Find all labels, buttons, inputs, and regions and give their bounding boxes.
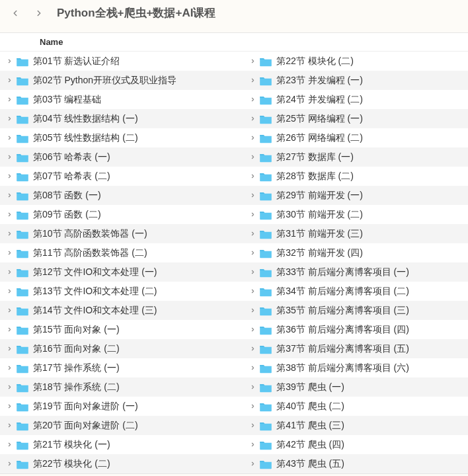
folder-row[interactable]: 第36节 前后端分离博客项目 (四) [243,320,468,339]
column-header-name[interactable]: Name [0,33,468,52]
folder-row[interactable]: 第23节 并发编程 (一) [243,71,468,90]
disclosure-triangle-icon[interactable] [5,249,13,257]
folder-row[interactable]: 第07节 哈希表 (二) [0,167,243,186]
folder-row[interactable]: 第16节 面向对象 (二) [0,339,243,358]
disclosure-triangle-icon[interactable] [5,192,13,200]
folder-row[interactable]: 第12节 文件IO和文本处理 (一) [0,262,243,282]
disclosure-triangle-icon[interactable] [5,211,13,219]
folder-row[interactable]: 第15节 面向对象 (一) [0,320,243,339]
disclosure-triangle-icon[interactable] [249,441,256,449]
disclosure-triangle-icon[interactable] [249,192,256,200]
folder-row[interactable]: 第38节 前后端分离博客项目 (六) [243,358,468,377]
folder-label: 第21节 模块化 (一) [33,439,110,451]
folder-row[interactable]: 第21节 模块化 (一) [0,435,243,454]
folder-row[interactable]: 第42节 爬虫 (四) [243,435,468,454]
folder-row[interactable]: 第22节 模块化 (二) [0,454,243,473]
folder-row[interactable]: 第14节 文件IO和文本处理 (三) [0,301,243,320]
folder-row[interactable]: 第33节 前后端分离博客项目 (一) [243,262,468,282]
folder-row[interactable]: 第01节 薪选认证介绍 [0,52,243,71]
folder-row[interactable]: 第19节 面向对象进阶 (一) [0,397,243,416]
disclosure-triangle-icon[interactable] [249,230,256,238]
disclosure-triangle-icon[interactable] [249,173,256,180]
disclosure-triangle-icon[interactable] [249,153,256,161]
disclosure-triangle-icon[interactable] [5,77,13,85]
disclosure-triangle-icon[interactable] [249,460,256,468]
folder-row[interactable]: 第28节 数据库 (二) [243,167,468,186]
disclosure-triangle-icon[interactable] [249,268,256,276]
disclosure-triangle-icon[interactable] [249,403,256,411]
disclosure-triangle-icon[interactable] [249,383,256,391]
folder-icon [16,152,29,163]
disclosure-triangle-icon[interactable] [249,134,256,142]
folder-row[interactable]: 第24节 并发编程 (二) [243,90,468,109]
folder-row[interactable]: 第34节 前后端分离博客项目 (二) [243,282,468,301]
folder-row[interactable]: 第22节 模块化 (二) [243,52,468,71]
folder-icon [259,344,272,354]
disclosure-triangle-icon[interactable] [5,441,13,449]
disclosure-triangle-icon[interactable] [249,115,256,123]
folder-row[interactable]: 第31节 前端开发 (三) [243,224,468,243]
disclosure-triangle-icon[interactable] [5,460,13,468]
folder-row[interactable]: 第39节 爬虫 (一) [243,377,468,397]
disclosure-triangle-icon[interactable] [5,326,13,334]
disclosure-triangle-icon[interactable] [5,383,13,391]
disclosure-triangle-icon[interactable] [5,288,13,296]
folder-row[interactable]: 第29节 前端开发 (一) [243,186,468,205]
disclosure-triangle-icon[interactable] [249,58,256,65]
folder-icon [259,95,272,105]
disclosure-triangle-icon[interactable] [5,230,13,238]
disclosure-triangle-icon[interactable] [5,364,13,372]
folder-row[interactable]: 第18节 操作系统 (二) [0,377,243,397]
folder-row[interactable]: 第32节 前端开发 (四) [243,243,468,262]
folder-row[interactable]: 第06节 哈希表 (一) [0,147,243,167]
folder-row[interactable]: 第13节 文件IO和文本处理 (二) [0,282,243,301]
folder-row[interactable]: 第27节 数据库 (一) [243,147,468,167]
folder-row[interactable]: 第17节 操作系统 (一) [0,358,243,377]
disclosure-triangle-icon[interactable] [5,134,13,142]
back-icon[interactable] [9,7,21,19]
folder-row[interactable]: 第43节 爬虫 (五) [243,454,468,473]
folder-label: 第15节 面向对象 (一) [33,324,120,336]
folder-row[interactable]: 第04节 线性数据结构 (一) [0,109,243,128]
disclosure-triangle-icon[interactable] [5,403,13,411]
folder-label: 第08节 函数 (一) [33,190,101,202]
disclosure-triangle-icon[interactable] [5,115,13,123]
disclosure-triangle-icon[interactable] [249,249,256,257]
disclosure-triangle-icon[interactable] [5,153,13,161]
disclosure-triangle-icon[interactable] [5,422,13,430]
folder-row[interactable]: 第41节 爬虫 (三) [243,416,468,435]
folder-row[interactable]: 第25节 网络编程 (一) [243,109,468,128]
folder-row[interactable]: 第08节 函数 (一) [0,186,243,205]
folder-icon [259,286,272,297]
disclosure-triangle-icon[interactable] [5,307,13,315]
disclosure-triangle-icon[interactable] [249,422,256,430]
folder-row[interactable]: 第30节 前端开发 (二) [243,205,468,224]
disclosure-triangle-icon[interactable] [5,345,13,353]
disclosure-triangle-icon[interactable] [249,364,256,372]
disclosure-triangle-icon[interactable] [249,211,256,219]
disclosure-triangle-icon[interactable] [5,58,13,65]
folder-row[interactable]: 第03节 编程基础 [0,90,243,109]
folder-row[interactable]: 第26节 网络编程 (二) [243,128,468,147]
disclosure-triangle-icon[interactable] [249,96,256,104]
disclosure-triangle-icon[interactable] [249,326,256,334]
folder-row[interactable]: 第35节 前后端分离博客项目 (三) [243,301,468,320]
disclosure-triangle-icon[interactable] [249,307,256,315]
folder-row[interactable]: 第10节 高阶函数装饰器 (一) [0,224,243,243]
folder-icon [16,56,29,67]
folder-row[interactable]: 第40节 爬虫 (二) [243,397,468,416]
disclosure-triangle-icon[interactable] [249,345,256,353]
folder-row[interactable]: 第05节 线性数据结构 (二) [0,128,243,147]
disclosure-triangle-icon[interactable] [249,288,256,296]
folder-icon [259,190,272,201]
folder-row[interactable]: 第20节 面向对象进阶 (二) [0,416,243,435]
forward-icon[interactable] [33,7,45,19]
disclosure-triangle-icon[interactable] [5,268,13,276]
folder-row[interactable]: 第09节 函数 (二) [0,205,243,224]
folder-row[interactable]: 第37节 前后端分离博客项目 (五) [243,339,468,358]
disclosure-triangle-icon[interactable] [5,96,13,104]
folder-row[interactable]: 第11节 高阶函数装饰器 (二) [0,243,243,262]
folder-row[interactable]: 第02节 Python开班仪式及职业指导 [0,71,243,90]
disclosure-triangle-icon[interactable] [249,77,256,85]
disclosure-triangle-icon[interactable] [5,173,13,180]
